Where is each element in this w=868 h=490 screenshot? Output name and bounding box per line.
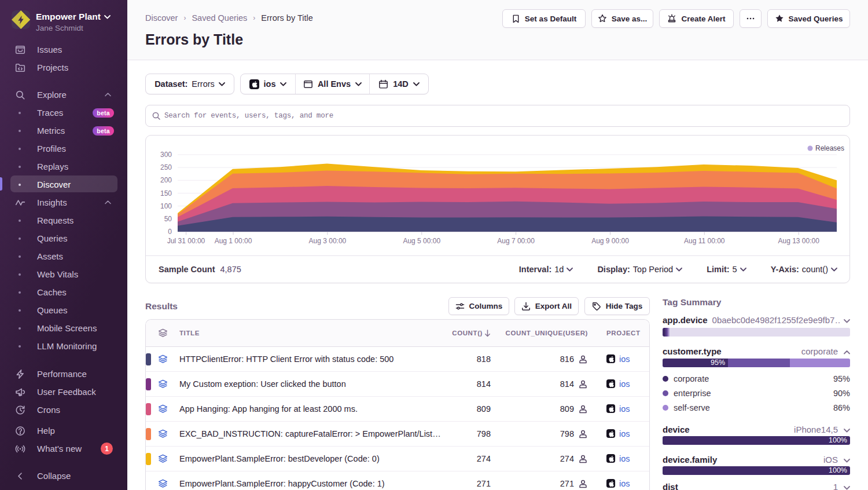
svg-text:300: 300: [160, 151, 172, 159]
svg-text:Aug 13 00:00: Aug 13 00:00: [778, 237, 819, 245]
svg-text:Jul 31 00:00: Jul 31 00:00: [167, 237, 205, 245]
svg-text:Aug 7 00:00: Aug 7 00:00: [497, 237, 535, 245]
svg-text:Releases: Releases: [815, 144, 844, 152]
svg-text:100: 100: [160, 202, 172, 210]
svg-text:0: 0: [168, 228, 172, 236]
svg-text:Aug 1 00:00: Aug 1 00:00: [215, 237, 252, 245]
svg-text:Aug 3 00:00: Aug 3 00:00: [309, 237, 347, 245]
svg-text:200: 200: [160, 176, 172, 184]
svg-text:150: 150: [160, 189, 172, 198]
svg-text:50: 50: [164, 215, 172, 223]
svg-text:Aug 5 00:00: Aug 5 00:00: [403, 237, 440, 245]
svg-text:250: 250: [160, 163, 172, 171]
svg-text:Aug 9 00:00: Aug 9 00:00: [591, 237, 629, 245]
svg-text:Aug 11 00:00: Aug 11 00:00: [684, 237, 725, 245]
